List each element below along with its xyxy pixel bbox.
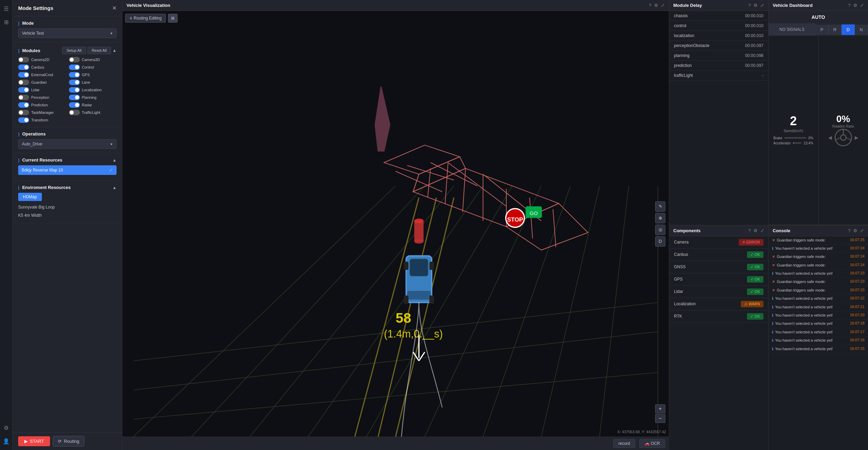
- console-entry-2: ✕ Guardian triggers safe mode: 16:07:24: [769, 253, 868, 261]
- operations-select[interactable]: Auto_Drive: [18, 139, 117, 149]
- svg-line-1: [192, 186, 425, 437]
- comp-help-icon[interactable]: ?: [748, 228, 751, 233]
- gps-toggle[interactable]: [69, 72, 80, 78]
- taskmanager-toggle[interactable]: [18, 110, 29, 115]
- comp-settings-icon[interactable]: ⚙: [754, 228, 758, 233]
- camera2d-toggle[interactable]: [18, 57, 29, 62]
- modules-title: Modules: [18, 48, 40, 53]
- viz-secondary-button[interactable]: ⊞: [168, 14, 178, 23]
- transform-toggle[interactable]: [18, 117, 29, 123]
- steer-right-button[interactable]: ▶: [855, 135, 858, 140]
- viz-help-icon[interactable]: ?: [649, 3, 651, 8]
- guardian-label: Guardian: [31, 80, 47, 84]
- start-button[interactable]: ▶ START: [18, 436, 50, 446]
- components-header: Components ? ⚙ ⤢: [669, 225, 768, 236]
- module-transform: Transform: [18, 117, 66, 123]
- console-msg-1: ℹ You haven't selected a vehicle yet!: [772, 246, 847, 251]
- lidar-toggle[interactable]: [18, 87, 29, 93]
- viz-ctrl-d[interactable]: D: [655, 236, 665, 247]
- ocr-button[interactable]: 🚗 OCR: [639, 439, 665, 448]
- zoom-out-button[interactable]: −: [655, 414, 665, 423]
- gear-d[interactable]: D: [842, 24, 855, 35]
- module-delay-icons: ? ⚙ ⤢: [748, 3, 764, 8]
- trafficlight-toggle[interactable]: [69, 110, 80, 115]
- perception-toggle[interactable]: [18, 95, 29, 100]
- console-time-5: 16:07:23: [850, 279, 865, 283]
- localization-toggle[interactable]: [69, 87, 80, 93]
- console-text-0: Guardian triggers safe mode:: [777, 238, 825, 243]
- settings-icon[interactable]: ⚙: [4, 425, 9, 431]
- gear-r[interactable]: R: [829, 24, 842, 35]
- delay-settings-icon[interactable]: ⚙: [754, 3, 758, 8]
- dash-expand-icon[interactable]: ⤢: [860, 3, 864, 8]
- dash-settings-icon[interactable]: ⚙: [853, 3, 857, 8]
- svg-rect-31: [410, 259, 428, 276]
- canbus-toggle[interactable]: [18, 64, 29, 70]
- reset-all-button[interactable]: Reset All: [87, 47, 111, 54]
- comp-row-lidar: Lidar ✓ OK: [669, 286, 768, 298]
- viz-ctrl-2[interactable]: ⊕: [655, 213, 665, 223]
- lane-toggle[interactable]: [69, 80, 80, 85]
- console-expand-icon[interactable]: ⤢: [860, 228, 864, 233]
- viz-ctrl-1[interactable]: ✎: [655, 201, 665, 212]
- hdmap-button[interactable]: HDMap: [18, 193, 42, 201]
- dash-help-icon[interactable]: ?: [848, 3, 851, 8]
- console-msg-3: ✕ Guardian triggers safe mode:: [772, 263, 847, 268]
- console-settings-icon[interactable]: ⚙: [853, 228, 857, 233]
- console-text-8: You haven't selected a vehicle yet!: [775, 305, 833, 310]
- svg-line-28: [553, 209, 556, 247]
- delay-val-localization: 00:00.010: [745, 33, 763, 38]
- viz-ctrl-3[interactable]: ◎: [655, 225, 665, 235]
- gear-p[interactable]: P: [816, 24, 829, 35]
- steer-left-button[interactable]: ◀: [828, 135, 832, 140]
- externalcmd-toggle[interactable]: [18, 72, 29, 78]
- camera3d-toggle[interactable]: [69, 57, 80, 62]
- svg-line-12: [133, 372, 658, 419]
- planning-toggle[interactable]: [69, 95, 80, 100]
- delay-row-trafficlight: trafficLight -: [669, 71, 768, 81]
- resource-item[interactable]: Bdkjy Reverse Map 10 ✓: [18, 165, 117, 175]
- brake-row: Brake 0%: [773, 136, 813, 140]
- viz-expand-icon[interactable]: ⤢: [661, 3, 665, 8]
- zoom-in-button[interactable]: +: [655, 404, 665, 413]
- viz-settings-icon[interactable]: ⚙: [654, 3, 658, 8]
- routing-editing-button[interactable]: ≡ Routing Editing: [125, 14, 166, 23]
- modules-collapse-icon[interactable]: ▲: [112, 48, 117, 53]
- close-button[interactable]: ✕: [112, 5, 117, 11]
- delay-help-icon[interactable]: ?: [748, 3, 751, 8]
- camera3d-label: Camera3D: [82, 58, 100, 62]
- module-delay-panel: Module Delay ? ⚙ ⤢ chassis 00:00.010 con…: [669, 0, 769, 225]
- grid-icon[interactable]: ⊞: [4, 19, 9, 25]
- console-icon-4: ℹ: [772, 271, 773, 276]
- menu-icon[interactable]: ☰: [4, 5, 9, 12]
- comp-name-localization: Localization: [674, 301, 696, 306]
- comp-expand-icon[interactable]: ⤢: [760, 228, 764, 233]
- vehicle-viz-canvas: ≡ Routing Editing ⊞: [122, 11, 669, 437]
- console-entry-11: ℹ You haven't selected a vehicle yet! 16…: [769, 328, 868, 336]
- svg-line-4: [366, 186, 512, 437]
- viz-coordinates: X: 437563.68, Y: 4432557.42: [617, 430, 666, 434]
- console-time-0: 16:07:25: [850, 238, 865, 242]
- gear-n[interactable]: N: [855, 24, 868, 35]
- guardian-toggle[interactable]: [18, 80, 29, 85]
- routing-button[interactable]: ⟳ Routing: [53, 436, 84, 447]
- console-time-4: 16:07:23: [850, 271, 865, 275]
- console-help-icon[interactable]: ?: [848, 228, 851, 233]
- right-bottom-row: Components ? ⚙ ⤢ Camera ✕ ERROR Canbus ✓…: [669, 225, 868, 450]
- console-entry-12: ℹ You haven't selected a vehicle yet! 16…: [769, 336, 868, 345]
- accel-row: Accelerator 13.4%: [773, 141, 813, 145]
- user-icon[interactable]: 👤: [3, 438, 10, 445]
- routing-editing-icon: ≡: [130, 16, 132, 21]
- mode-select[interactable]: Vehicle Test: [18, 28, 117, 38]
- env-resources-collapse[interactable]: ▲: [112, 185, 117, 190]
- current-resources-collapse[interactable]: ▲: [112, 158, 117, 163]
- operations-label: Operations: [18, 131, 117, 137]
- delay-expand-icon[interactable]: ⤢: [760, 3, 764, 8]
- record-button[interactable]: record: [613, 439, 635, 448]
- prediction-toggle[interactable]: [18, 102, 29, 108]
- control-toggle[interactable]: [69, 64, 80, 70]
- radar-toggle[interactable]: [69, 102, 80, 108]
- setup-all-button[interactable]: Setup All: [62, 47, 86, 54]
- svg-line-38: [413, 352, 419, 361]
- console-icon-10: ℹ: [772, 321, 773, 326]
